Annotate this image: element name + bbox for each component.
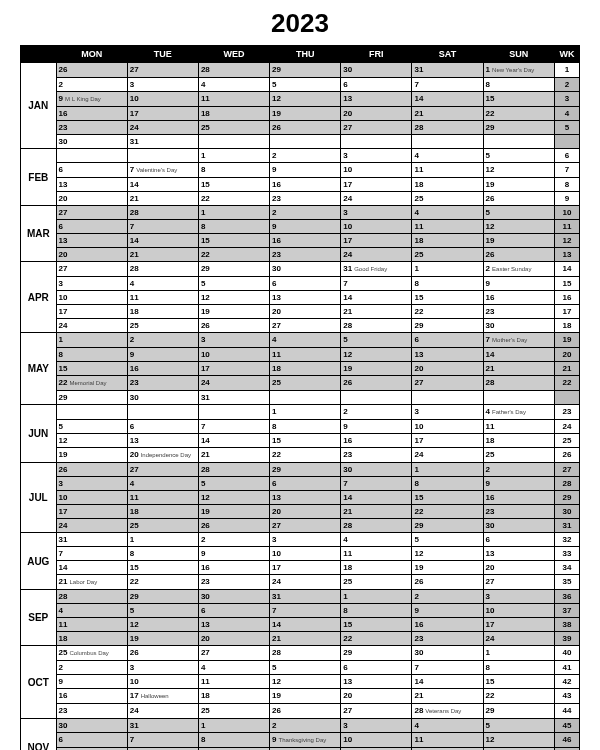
day-number: 4 [414,206,418,219]
day-number: 30 [343,463,352,476]
day-number: 21 [201,448,210,461]
day-cell: 6 [483,533,554,547]
day-cell: 29 [198,262,269,277]
day-number: 3 [201,333,205,346]
day-cell: 15 [270,434,341,448]
day-cell: 7 [412,661,483,675]
day-number: 8 [414,477,418,490]
day-number: 2 [486,262,490,275]
day-cell: 28 [341,519,412,533]
day-number: 15 [59,362,68,375]
day-cell: 30 [483,319,554,333]
day-number: 22 [486,689,495,702]
day-number: 29 [414,519,423,532]
day-number: 19 [414,561,423,574]
day-cell: 19 [198,505,269,519]
weekday-header: THU [270,46,341,63]
day-number: 28 [201,463,210,476]
day-cell: 22 [341,632,412,646]
day-number: 26 [59,463,68,476]
week-number: 3 [554,92,579,107]
day-number: 7 [130,733,134,746]
day-number: 7 [130,220,134,233]
day-number: 6 [343,661,347,674]
day-cell [412,135,483,149]
day-cell: 10 [270,547,341,561]
day-cell: 14 [198,434,269,448]
month-label: NOV [21,719,57,751]
week-number: 45 [554,719,579,733]
day-number: 6 [343,78,347,91]
day-number: 15 [414,291,423,304]
day-cell: 4Father's Day [483,405,554,420]
day-cell: 9 [56,675,127,689]
day-cell: 5 [56,420,127,434]
day-number: 13 [343,92,352,105]
day-cell: 26 [127,646,198,661]
week-number: 18 [554,319,579,333]
day-cell: 3 [341,206,412,220]
day-number: 4 [414,149,418,162]
day-number: 5 [414,533,418,546]
day-number: 10 [343,220,352,233]
day-cell: 1 [483,646,554,661]
day-cell: 14 [412,92,483,107]
day-number: 5 [486,206,490,219]
day-cell: 17 [56,305,127,319]
day-number: 2 [272,149,276,162]
day-cell: 30 [56,719,127,733]
day-number: 16 [201,561,210,574]
day-number: 15 [343,618,352,631]
day-cell: 4 [412,206,483,220]
day-number: 9 [59,675,63,688]
day-number: 31 [59,533,68,546]
day-cell: 21 [341,505,412,519]
day-cell: 28 [127,262,198,277]
day-cell: 21 [270,632,341,646]
day-number: 22 [414,305,423,318]
day-number: 17 [130,107,139,120]
day-cell: 3 [56,277,127,291]
day-number: 26 [486,248,495,261]
day-number: 15 [201,234,210,247]
day-cell: 25 [483,448,554,463]
week-number: 36 [554,590,579,604]
day-cell: 21Labor Day [56,575,127,590]
day-cell: 10 [127,92,198,107]
day-number: 15 [272,434,281,447]
day-cell: 5 [483,719,554,733]
day-number: 12 [59,434,68,447]
day-number: 16 [272,178,281,191]
day-number: 18 [343,561,352,574]
day-cell: 24 [341,192,412,206]
day-number: 6 [486,533,490,546]
day-cell: 14 [127,234,198,248]
day-cell: 6 [127,420,198,434]
day-cell: 13 [270,291,341,305]
week-number: 5 [554,121,579,135]
day-cell: 21 [127,192,198,206]
day-cell: 12 [127,618,198,632]
day-cell: 1 [412,463,483,477]
day-number: 5 [59,420,63,433]
day-cell: 18 [412,234,483,248]
day-number: 6 [272,277,276,290]
day-number: 24 [59,319,68,332]
day-cell: 4 [341,533,412,547]
day-number: 23 [272,192,281,205]
day-cell: 15 [483,92,554,107]
day-cell: 10 [56,491,127,505]
day-cell: 7 [127,220,198,234]
day-cell [483,135,554,149]
week-number: 16 [554,291,579,305]
day-number: 17 [343,178,352,191]
day-cell: 7Valentine's Day [127,163,198,178]
day-number: 29 [486,121,495,134]
weekday-header: MON [56,46,127,63]
day-cell: 6 [412,333,483,348]
day-number: 14 [201,434,210,447]
week-number: 25 [554,434,579,448]
day-number: 12 [486,220,495,233]
day-number: 28 [201,63,210,76]
day-number: 27 [486,575,495,588]
